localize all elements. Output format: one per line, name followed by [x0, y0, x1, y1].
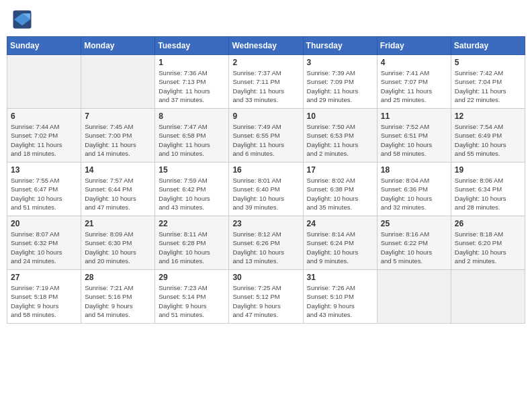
day-number: 7: [85, 111, 151, 121]
day-cell: 19Sunrise: 8:06 AM Sunset: 6:34 PM Dayli…: [451, 163, 525, 216]
day-info: Sunrise: 7:21 AM Sunset: 5:16 PM Dayligh…: [85, 283, 151, 319]
day-info: Sunrise: 8:04 AM Sunset: 6:36 PM Dayligh…: [381, 176, 447, 212]
day-info: Sunrise: 7:45 AM Sunset: 7:00 PM Dayligh…: [85, 122, 151, 158]
day-number: 5: [455, 58, 521, 67]
day-cell: 27Sunrise: 7:19 AM Sunset: 5:18 PM Dayli…: [7, 270, 81, 324]
day-number: 2: [232, 58, 299, 67]
day-number: 26: [455, 219, 521, 228]
day-info: Sunrise: 7:36 AM Sunset: 7:13 PM Dayligh…: [159, 68, 225, 104]
day-cell: 6Sunrise: 7:44 AM Sunset: 7:02 PM Daylig…: [7, 109, 81, 163]
day-cell: 18Sunrise: 8:04 AM Sunset: 6:36 PM Dayli…: [377, 163, 451, 216]
day-cell: 21Sunrise: 8:09 AM Sunset: 6:30 PM Dayli…: [81, 216, 155, 270]
day-cell: [451, 270, 525, 324]
day-number: 30: [232, 273, 299, 282]
day-number: 27: [11, 273, 77, 282]
day-number: 17: [307, 165, 373, 175]
day-info: Sunrise: 8:16 AM Sunset: 6:22 PM Dayligh…: [381, 230, 447, 265]
day-number: 8: [159, 111, 225, 121]
logo: [12, 9, 34, 30]
day-cell: 11Sunrise: 7:52 AM Sunset: 6:51 PM Dayli…: [377, 109, 451, 163]
day-info: Sunrise: 7:59 AM Sunset: 6:42 PM Dayligh…: [159, 176, 225, 212]
day-cell: 15Sunrise: 7:59 AM Sunset: 6:42 PM Dayli…: [155, 163, 229, 216]
day-cell: 4Sunrise: 7:41 AM Sunset: 7:07 PM Daylig…: [377, 55, 451, 109]
day-info: Sunrise: 7:54 AM Sunset: 6:49 PM Dayligh…: [455, 122, 521, 158]
day-number: 18: [381, 165, 447, 175]
day-info: Sunrise: 7:25 AM Sunset: 5:12 PM Dayligh…: [232, 283, 299, 319]
logo-icon: [12, 9, 32, 30]
day-info: Sunrise: 8:18 AM Sunset: 6:20 PM Dayligh…: [455, 230, 521, 265]
day-info: Sunrise: 8:09 AM Sunset: 6:30 PM Dayligh…: [85, 230, 151, 265]
day-cell: 14Sunrise: 7:57 AM Sunset: 6:44 PM Dayli…: [81, 163, 155, 216]
day-cell: [377, 270, 451, 324]
day-number: 15: [159, 165, 225, 175]
day-info: Sunrise: 8:02 AM Sunset: 6:38 PM Dayligh…: [307, 176, 373, 212]
day-cell: 9Sunrise: 7:49 AM Sunset: 6:55 PM Daylig…: [229, 109, 303, 163]
day-cell: 2Sunrise: 7:37 AM Sunset: 7:11 PM Daylig…: [229, 55, 303, 109]
day-header-tuesday: Tuesday: [155, 37, 229, 55]
day-header-thursday: Thursday: [303, 37, 377, 55]
day-cell: 28Sunrise: 7:21 AM Sunset: 5:16 PM Dayli…: [81, 270, 155, 324]
day-info: Sunrise: 7:49 AM Sunset: 6:55 PM Dayligh…: [232, 122, 299, 158]
day-cell: 3Sunrise: 7:39 AM Sunset: 7:09 PM Daylig…: [303, 55, 377, 109]
day-info: Sunrise: 7:39 AM Sunset: 7:09 PM Dayligh…: [307, 68, 373, 104]
day-info: Sunrise: 8:01 AM Sunset: 6:40 PM Dayligh…: [232, 176, 299, 212]
day-number: 19: [455, 165, 521, 175]
day-info: Sunrise: 7:26 AM Sunset: 5:10 PM Dayligh…: [307, 283, 373, 319]
day-cell: 10Sunrise: 7:50 AM Sunset: 6:53 PM Dayli…: [303, 109, 377, 163]
page-header: [7, 7, 525, 32]
day-number: 6: [11, 111, 77, 121]
day-header-saturday: Saturday: [451, 37, 525, 55]
week-row-2: 6Sunrise: 7:44 AM Sunset: 7:02 PM Daylig…: [7, 109, 525, 163]
day-cell: 29Sunrise: 7:23 AM Sunset: 5:14 PM Dayli…: [155, 270, 229, 324]
day-header-wednesday: Wednesday: [229, 37, 303, 55]
day-cell: 26Sunrise: 8:18 AM Sunset: 6:20 PM Dayli…: [451, 216, 525, 270]
day-info: Sunrise: 7:42 AM Sunset: 7:04 PM Dayligh…: [455, 68, 521, 104]
day-number: 20: [11, 219, 77, 228]
day-cell: 5Sunrise: 7:42 AM Sunset: 7:04 PM Daylig…: [451, 55, 525, 109]
day-number: 1: [159, 58, 225, 67]
day-cell: 30Sunrise: 7:25 AM Sunset: 5:12 PM Dayli…: [229, 270, 303, 324]
day-cell: 13Sunrise: 7:55 AM Sunset: 6:47 PM Dayli…: [7, 163, 81, 216]
day-info: Sunrise: 7:50 AM Sunset: 6:53 PM Dayligh…: [307, 122, 373, 158]
day-info: Sunrise: 8:14 AM Sunset: 6:24 PM Dayligh…: [307, 230, 373, 265]
day-number: 22: [159, 219, 225, 228]
day-number: 23: [232, 219, 299, 228]
day-number: 14: [85, 165, 151, 175]
week-row-3: 13Sunrise: 7:55 AM Sunset: 6:47 PM Dayli…: [7, 163, 525, 216]
day-number: 31: [307, 273, 373, 282]
day-cell: 7Sunrise: 7:45 AM Sunset: 7:00 PM Daylig…: [81, 109, 155, 163]
week-row-1: 1Sunrise: 7:36 AM Sunset: 7:13 PM Daylig…: [7, 55, 525, 109]
day-info: Sunrise: 7:37 AM Sunset: 7:11 PM Dayligh…: [232, 68, 299, 104]
day-cell: 22Sunrise: 8:11 AM Sunset: 6:28 PM Dayli…: [155, 216, 229, 270]
day-info: Sunrise: 8:12 AM Sunset: 6:26 PM Dayligh…: [232, 230, 299, 265]
day-header-sunday: Sunday: [7, 37, 81, 55]
day-number: 4: [381, 58, 447, 67]
day-number: 11: [381, 111, 447, 121]
day-number: 25: [381, 219, 447, 228]
day-info: Sunrise: 8:07 AM Sunset: 6:32 PM Dayligh…: [11, 230, 77, 265]
week-row-5: 27Sunrise: 7:19 AM Sunset: 5:18 PM Dayli…: [7, 270, 525, 324]
day-header-monday: Monday: [81, 37, 155, 55]
day-number: 3: [307, 58, 373, 67]
day-cell: 25Sunrise: 8:16 AM Sunset: 6:22 PM Dayli…: [377, 216, 451, 270]
day-info: Sunrise: 7:23 AM Sunset: 5:14 PM Dayligh…: [159, 283, 225, 319]
day-cell: 24Sunrise: 8:14 AM Sunset: 6:24 PM Dayli…: [303, 216, 377, 270]
day-number: 10: [307, 111, 373, 121]
day-cell: 23Sunrise: 8:12 AM Sunset: 6:26 PM Dayli…: [229, 216, 303, 270]
header-row: SundayMondayTuesdayWednesdayThursdayFrid…: [7, 37, 525, 55]
day-header-friday: Friday: [377, 37, 451, 55]
day-number: 28: [85, 273, 151, 282]
day-cell: 8Sunrise: 7:47 AM Sunset: 6:58 PM Daylig…: [155, 109, 229, 163]
day-info: Sunrise: 8:06 AM Sunset: 6:34 PM Dayligh…: [455, 176, 521, 212]
day-info: Sunrise: 8:11 AM Sunset: 6:28 PM Dayligh…: [159, 230, 225, 265]
day-cell: [7, 55, 81, 109]
day-info: Sunrise: 7:19 AM Sunset: 5:18 PM Dayligh…: [11, 283, 77, 319]
day-cell: 1Sunrise: 7:36 AM Sunset: 7:13 PM Daylig…: [155, 55, 229, 109]
day-cell: [81, 55, 155, 109]
day-number: 13: [11, 165, 77, 175]
day-cell: 31Sunrise: 7:26 AM Sunset: 5:10 PM Dayli…: [303, 270, 377, 324]
day-cell: 16Sunrise: 8:01 AM Sunset: 6:40 PM Dayli…: [229, 163, 303, 216]
day-number: 9: [232, 111, 299, 121]
day-info: Sunrise: 7:52 AM Sunset: 6:51 PM Dayligh…: [381, 122, 447, 158]
day-info: Sunrise: 7:55 AM Sunset: 6:47 PM Dayligh…: [11, 176, 77, 212]
